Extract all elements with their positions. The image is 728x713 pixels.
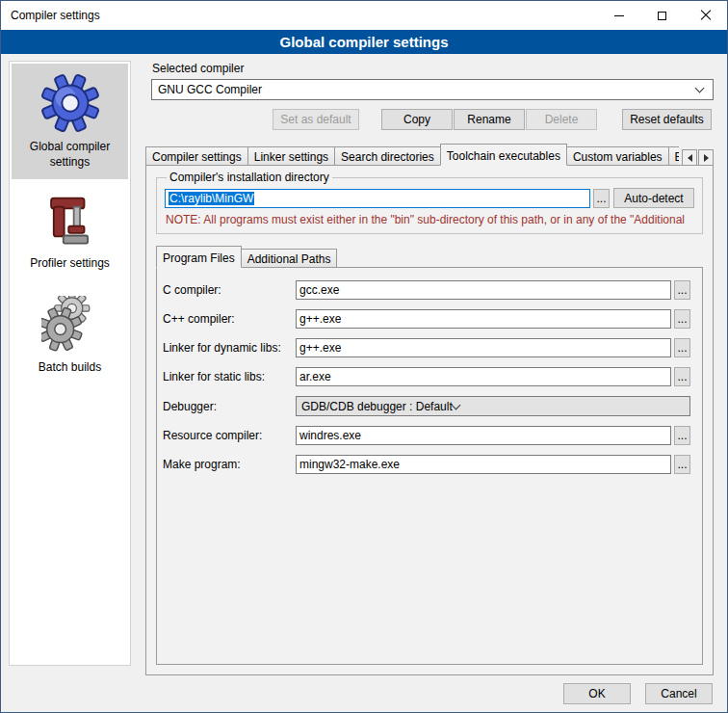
form-row: Linker for dynamic libs: g++.exe ... (163, 338, 690, 357)
compiler-tabs: Compiler settings Linker settings Search… (145, 144, 679, 166)
static-libs-linker-label: Linker for static libs: (163, 370, 296, 383)
compiler-select[interactable]: GNU GCC Compiler (151, 79, 714, 100)
copy-button[interactable]: Copy (381, 109, 453, 130)
compiler-tabstrip: Compiler settings Linker settings Search… (145, 144, 714, 166)
compiler-select-value: GNU GCC Compiler (158, 83, 696, 96)
close-button[interactable] (684, 1, 727, 30)
maximize-button[interactable] (640, 1, 684, 30)
c-compiler-input[interactable]: gcc.exe (296, 280, 671, 300)
static-libs-linker-browse-button[interactable]: ... (674, 367, 690, 386)
maximize-icon (658, 12, 666, 20)
installation-directory-group-title: Compiler's installation directory (167, 171, 332, 184)
make-program-input[interactable]: mingw32-make.exe (296, 455, 671, 474)
tab-search-directories[interactable]: Search directories (334, 146, 441, 166)
installation-directory-row: C:\raylib\MinGW ... Auto-detect (165, 188, 694, 208)
c-compiler-browse-button[interactable]: ... (674, 280, 690, 300)
static-libs-linker-input[interactable]: ar.exe (296, 367, 671, 386)
install-dir-browse-button[interactable]: ... (593, 189, 610, 208)
dynamic-libs-linker-input[interactable]: g++.exe (296, 338, 671, 357)
static-libs-linker-value: ar.exe (299, 370, 331, 383)
gears-gray-icon (41, 296, 99, 354)
form-row: C compiler: gcc.exe ... (163, 280, 690, 300)
gear-blue-icon (40, 73, 100, 133)
tab-compiler-settings[interactable]: Compiler settings (145, 146, 248, 166)
selected-compiler-label: Selected compiler (152, 62, 714, 75)
tab-scroll-right-button[interactable] (698, 149, 714, 166)
install-dir-input[interactable]: C:\raylib\MinGW (165, 189, 590, 208)
resource-compiler-label: Resource compiler: (163, 429, 296, 442)
resource-compiler-value: windres.exe (299, 429, 361, 442)
autodetect-button[interactable]: Auto-detect (613, 188, 694, 208)
titlebar[interactable]: Compiler settings (1, 1, 727, 30)
dynamic-libs-linker-value: g++.exe (299, 341, 341, 355)
sidebar-item-profiler-settings[interactable]: Profiler settings (12, 184, 128, 281)
form-row: C++ compiler: g++.exe ... (163, 309, 690, 329)
dialog-header-title: Global compiler settings (1, 30, 727, 54)
tab-additional-paths[interactable]: Additional Paths (241, 249, 338, 268)
c-compiler-label: C compiler: (163, 283, 296, 297)
c-compiler-value: gcc.exe (299, 283, 339, 297)
reset-defaults-button[interactable]: Reset defaults (622, 109, 712, 130)
make-program-value: mingw32-make.exe (299, 458, 400, 471)
sidebar-item-label: Batch builds (13, 360, 126, 376)
window-controls (597, 1, 727, 30)
form-row: Make program: mingw32-make.exe ... (163, 455, 690, 474)
cpp-compiler-input[interactable]: g++.exe (296, 309, 671, 329)
form-row: Resource compiler: windres.exe ... (163, 426, 690, 445)
programs-notebook: Program Files Additional Paths C compile… (156, 247, 703, 665)
set-as-default-button[interactable]: Set as default (273, 109, 359, 130)
debugger-select[interactable]: GDB/CDB debugger : Default (296, 396, 690, 416)
profiler-clamp-icon (42, 194, 98, 250)
sidebar-item-batch-builds[interactable]: Batch builds (12, 286, 128, 385)
program-files-pane: C compiler: gcc.exe ... C++ compiler: g+… (156, 267, 703, 665)
cpp-compiler-label: C++ compiler: (163, 312, 296, 326)
form-row: Debugger: GDB/CDB debugger : Default (163, 396, 690, 416)
chevron-down-icon (695, 84, 705, 93)
tab-build-options[interactable]: Build (668, 146, 679, 166)
sidebar-item-global-compiler-settings[interactable]: Global compiler settings (12, 64, 128, 179)
tab-scroll-left-button[interactable] (682, 149, 697, 166)
programs-tabs: Program Files Additional Paths (156, 247, 703, 268)
minimize-icon (614, 15, 624, 16)
tab-program-files[interactable]: Program Files (156, 246, 242, 268)
close-icon (700, 10, 712, 21)
tab-toolchain-executables[interactable]: Toolchain executables (440, 144, 567, 166)
compiler-actions: Set as default Copy Rename Delete Reset … (151, 109, 712, 130)
window-title: Compiler settings (11, 9, 100, 22)
resource-compiler-input[interactable]: windres.exe (296, 426, 671, 445)
ok-button[interactable]: OK (563, 683, 631, 704)
dialog-footer: OK Cancel (563, 683, 713, 704)
tab-linker-settings[interactable]: Linker settings (247, 146, 335, 166)
sidebar-item-label: Global compiler settings (13, 140, 126, 170)
main-panel: Selected compiler GNU GCC Compiler Set a… (145, 62, 714, 675)
debugger-label: Debugger: (163, 400, 296, 413)
cpp-compiler-browse-button[interactable]: ... (674, 309, 690, 329)
install-dir-note: NOTE: All programs must exist either in … (166, 213, 694, 226)
tab-scroll-buttons (681, 149, 714, 166)
rename-button[interactable]: Rename (454, 109, 525, 130)
install-dir-selected-text: C:\raylib\MinGW (169, 192, 254, 205)
form-row: Linker for static libs: ar.exe ... (163, 367, 690, 386)
sidebar: Global compiler settings Profiler settin… (9, 61, 131, 666)
tab-custom-variables[interactable]: Custom variables (566, 146, 669, 166)
dynamic-libs-linker-browse-button[interactable]: ... (674, 338, 690, 357)
cpp-compiler-value: g++.exe (299, 312, 341, 326)
resource-compiler-browse-button[interactable]: ... (674, 426, 690, 445)
toolchain-executables-panel: Compiler's installation directory C:\ray… (145, 165, 714, 675)
delete-button[interactable]: Delete (526, 109, 597, 130)
arrow-left-icon (688, 154, 692, 162)
compiler-settings-dialog: Compiler settings Global compiler settin… (0, 0, 728, 713)
dynamic-libs-linker-label: Linker for dynamic libs: (163, 341, 296, 355)
debugger-select-value: GDB/CDB debugger : Default (301, 400, 453, 413)
sidebar-item-label: Profiler settings (13, 256, 126, 272)
make-program-label: Make program: (163, 458, 296, 471)
minimize-button[interactable] (597, 1, 640, 30)
installation-directory-group: Compiler's installation directory C:\ray… (156, 171, 703, 234)
arrow-right-icon (704, 154, 709, 162)
make-program-browse-button[interactable]: ... (674, 455, 690, 474)
cancel-button[interactable]: Cancel (645, 683, 713, 704)
